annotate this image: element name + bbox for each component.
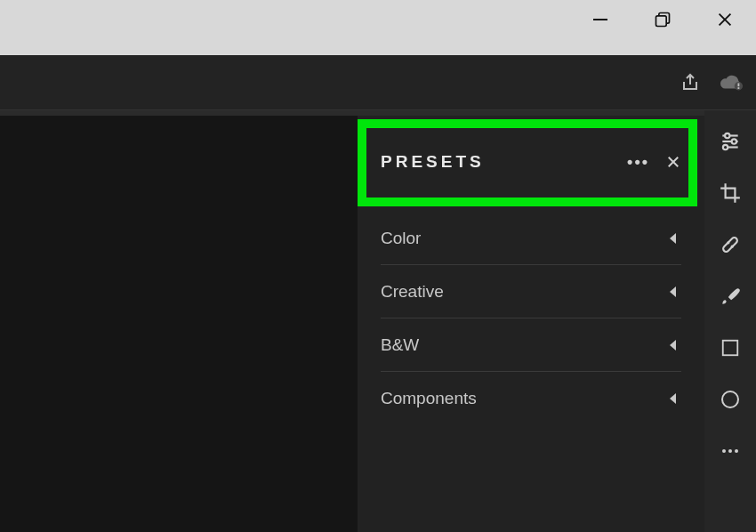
- brush-icon: [719, 285, 742, 308]
- svg-point-18: [732, 246, 733, 247]
- radial-gradient-tool[interactable]: [717, 386, 744, 413]
- preset-group-label: B&W: [381, 335, 419, 355]
- panel-more-button[interactable]: •••: [627, 153, 649, 172]
- preset-group-creative[interactable]: Creative: [381, 265, 681, 318]
- presets-panel: PRESETS ••• Color Creative: [358, 110, 704, 532]
- brush-tool[interactable]: [717, 283, 744, 310]
- close-window-button[interactable]: [694, 7, 756, 32]
- workspace: PRESETS ••• Color Creative: [0, 110, 756, 532]
- share-button[interactable]: [678, 70, 703, 95]
- svg-point-11: [725, 133, 729, 138]
- maximize-button[interactable]: [631, 7, 694, 32]
- sliders-icon: [719, 130, 742, 153]
- collapse-icon: [670, 340, 676, 351]
- svg-point-23: [735, 449, 738, 453]
- svg-rect-6: [737, 83, 739, 86]
- collapse-icon: [670, 233, 676, 244]
- preset-group-label: Color: [381, 229, 421, 248]
- crop-icon: [719, 181, 742, 205]
- presets-header: PRESETS •••: [375, 133, 687, 190]
- svg-rect-7: [737, 87, 739, 89]
- minimize-button[interactable]: [569, 7, 631, 32]
- square-icon: [720, 338, 740, 358]
- svg-point-20: [722, 391, 738, 407]
- cloud-icon: [719, 72, 744, 93]
- more-icon: [720, 440, 741, 462]
- close-icon: [665, 154, 681, 170]
- presets-list: Color Creative B&W Components: [375, 212, 687, 425]
- svg-rect-16: [722, 237, 738, 253]
- bandage-icon: [719, 233, 742, 256]
- svg-point-17: [728, 242, 728, 243]
- edit-sliders-tool[interactable]: [717, 128, 744, 155]
- minimize-icon: [590, 9, 611, 30]
- panel-close-button[interactable]: [665, 154, 681, 170]
- more-tools-button[interactable]: [717, 438, 744, 464]
- svg-point-22: [728, 449, 732, 453]
- app-toolbar: [0, 55, 756, 110]
- preset-group-components[interactable]: Components: [381, 372, 681, 425]
- crop-tool[interactable]: [717, 180, 744, 206]
- close-icon: [715, 10, 735, 29]
- window-titlebar: [0, 0, 756, 55]
- preset-group-bw[interactable]: B&W: [381, 318, 681, 372]
- canvas-area: [0, 110, 358, 532]
- share-icon: [680, 72, 701, 93]
- collapse-icon: [670, 393, 676, 404]
- maximize-icon: [654, 11, 672, 28]
- preset-group-label: Components: [381, 389, 477, 408]
- right-tool-rail: [704, 110, 756, 532]
- svg-rect-19: [723, 341, 738, 356]
- circle-icon: [720, 389, 741, 410]
- svg-rect-2: [656, 16, 667, 27]
- svg-point-13: [732, 139, 736, 143]
- preset-group-color[interactable]: Color: [381, 212, 681, 265]
- svg-point-15: [723, 145, 728, 149]
- linear-gradient-tool[interactable]: [717, 335, 744, 361]
- collapse-icon: [670, 286, 676, 297]
- healing-tool[interactable]: [717, 231, 744, 258]
- svg-point-21: [722, 449, 726, 453]
- cloud-sync-button[interactable]: [719, 70, 744, 95]
- preset-group-label: Creative: [381, 282, 444, 302]
- panel-title: PRESETS: [381, 152, 485, 172]
